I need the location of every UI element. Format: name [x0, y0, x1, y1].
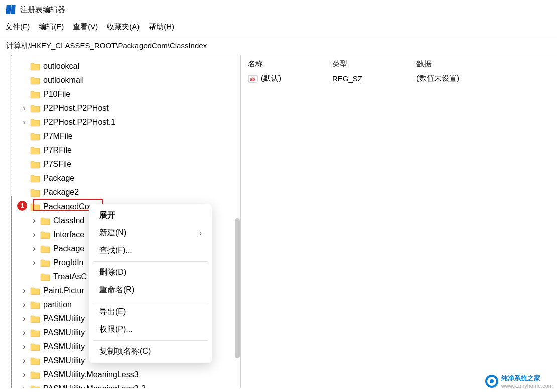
- chevron-right-icon[interactable]: [20, 328, 28, 337]
- tree-item[interactable]: PASMUtility.MeaningLess3.2: [8, 382, 240, 388]
- folder-icon: [30, 104, 40, 113]
- tree-item-label: outlookmail: [43, 76, 84, 85]
- address-path: 计算机\HKEY_CLASSES_ROOT\PackagedCom\ClassI…: [6, 41, 207, 50]
- folder-icon: [30, 132, 40, 141]
- menu-help[interactable]: 帮助(H): [149, 22, 174, 32]
- chevron-right-icon: ›: [199, 229, 202, 238]
- tree-item[interactable]: P7MFile: [8, 129, 240, 143]
- chevron-right-icon[interactable]: [20, 314, 28, 323]
- tree-item[interactable]: outlookcal: [8, 59, 240, 73]
- chevron-right-icon[interactable]: [20, 384, 28, 388]
- chevron-right-icon[interactable]: [20, 118, 28, 127]
- folder-icon: [30, 160, 40, 169]
- folder-icon: [30, 146, 40, 155]
- chevron-right-icon[interactable]: [20, 286, 28, 295]
- folder-icon: [30, 300, 40, 309]
- ctx-delete[interactable]: 删除(D): [89, 264, 212, 281]
- tree-item[interactable]: PASMUtility.MeaningLess3: [8, 368, 240, 382]
- chevron-right-icon[interactable]: [30, 244, 38, 253]
- tree-item-label: outlookcal: [43, 62, 79, 71]
- chevron-right-icon[interactable]: [20, 370, 28, 379]
- tree-item-label: TreatAsC: [53, 272, 87, 281]
- tree-item-label: P7RFile: [43, 146, 72, 155]
- tree-item-label: PASMUtility: [43, 356, 85, 365]
- chevron-right-icon[interactable]: [30, 230, 38, 239]
- watermark-url: www.kzmyhome.com: [501, 383, 553, 389]
- watermark: 纯净系统之家 www.kzmyhome.com: [485, 374, 553, 389]
- ctx-separator: [93, 261, 208, 262]
- ctx-rename[interactable]: 重命名(R): [89, 281, 212, 299]
- chevron-right-icon[interactable]: [30, 258, 38, 267]
- tree-item-label: P10File: [43, 90, 70, 99]
- value-data: (数值未设置): [416, 74, 550, 83]
- value-type: REG_SZ: [332, 74, 416, 83]
- ctx-copykey[interactable]: 复制项名称(C): [89, 343, 212, 360]
- folder-icon: [30, 202, 40, 211]
- menu-edit[interactable]: 编辑(E): [39, 22, 64, 32]
- tree-item-label: PASMUtility: [43, 342, 85, 351]
- tree-item[interactable]: P7RFile: [8, 143, 240, 157]
- tree-item-label: P7SFile: [43, 160, 71, 169]
- ctx-separator: [93, 340, 208, 341]
- tree-item[interactable]: Package2: [8, 185, 240, 200]
- tree-item-label: ProgIdIn: [53, 258, 83, 267]
- tree-pane: outlookcaloutlookmailP10FileP2PHost.P2PH…: [0, 55, 241, 388]
- tree-item-label: PackagedCom: [43, 202, 96, 211]
- tree-item[interactable]: outlookmail: [8, 73, 240, 87]
- chevron-right-icon[interactable]: [20, 356, 28, 365]
- chevron-right-icon[interactable]: [30, 216, 38, 225]
- tree-item[interactable]: Package: [8, 171, 240, 185]
- menu-favorites[interactable]: 收藏夹(A): [107, 22, 140, 32]
- watermark-logo-icon: [485, 375, 498, 388]
- col-header-data[interactable]: 数据: [416, 59, 550, 69]
- tree-item-label: P7MFile: [43, 132, 73, 141]
- folder-icon: [30, 188, 40, 197]
- tree-item-label: ClassInd: [53, 216, 84, 225]
- content: outlookcaloutlookmailP10FileP2PHost.P2PH…: [0, 55, 557, 388]
- tree-item[interactable]: P2PHost.P2PHost: [8, 101, 240, 115]
- app-icon: [6, 5, 15, 14]
- folder-icon: [40, 244, 50, 253]
- ctx-separator: [93, 301, 208, 301]
- folder-icon: [30, 342, 40, 351]
- folder-icon: [30, 76, 40, 85]
- watermark-brand: 纯净系统之家: [501, 374, 540, 382]
- col-header-type[interactable]: 类型: [332, 59, 416, 69]
- tree-item[interactable]: P10File: [8, 87, 240, 101]
- tree-item[interactable]: P2PHost.P2PHost.1: [8, 115, 240, 129]
- folder-icon: [30, 90, 40, 99]
- ctx-find[interactable]: 查找(F)...: [89, 242, 212, 259]
- folder-icon: [30, 370, 40, 379]
- folder-icon: [30, 118, 40, 127]
- ctx-export[interactable]: 导出(E): [89, 303, 212, 321]
- menu-view[interactable]: 查看(V): [73, 22, 98, 32]
- folder-icon: [30, 62, 40, 71]
- tree-item-label: Package: [53, 244, 84, 253]
- reg-string-icon: [248, 74, 258, 83]
- folder-icon: [30, 356, 40, 365]
- folder-icon: [30, 328, 40, 337]
- tree-item-label: PASMUtility.MeaningLess3.2: [43, 384, 146, 388]
- tree-item-label: Package: [43, 174, 74, 183]
- tree-item-label: PASMUtility: [43, 328, 85, 337]
- chevron-right-icon[interactable]: [20, 104, 28, 113]
- ctx-permissions[interactable]: 权限(P)...: [89, 321, 212, 338]
- ctx-expand[interactable]: 展开: [89, 207, 212, 224]
- addressbar[interactable]: 计算机\HKEY_CLASSES_ROOT\PackagedCom\ClassI…: [0, 37, 557, 55]
- chevron-right-icon[interactable]: [20, 342, 28, 351]
- folder-icon: [40, 258, 50, 267]
- tree-item-label: P2PHost.P2PHost.1: [43, 118, 115, 127]
- tree-item[interactable]: P7SFile: [8, 157, 240, 171]
- chevron-right-icon[interactable]: [20, 300, 28, 309]
- tree-scrollbar[interactable]: [235, 218, 240, 358]
- tree-item-label: Package2: [43, 188, 79, 197]
- col-header-name[interactable]: 名称: [248, 59, 332, 69]
- value-row[interactable]: (默认)REG_SZ(数值未设置): [248, 72, 550, 85]
- menu-file[interactable]: 文件(F): [5, 22, 30, 32]
- ctx-new[interactable]: 新建(N)›: [89, 224, 212, 242]
- annotation-callout-1: 1: [17, 201, 27, 211]
- folder-icon: [30, 384, 40, 388]
- folder-icon: [30, 286, 40, 295]
- folder-icon: [40, 230, 50, 239]
- window-title: 注册表编辑器: [20, 5, 65, 15]
